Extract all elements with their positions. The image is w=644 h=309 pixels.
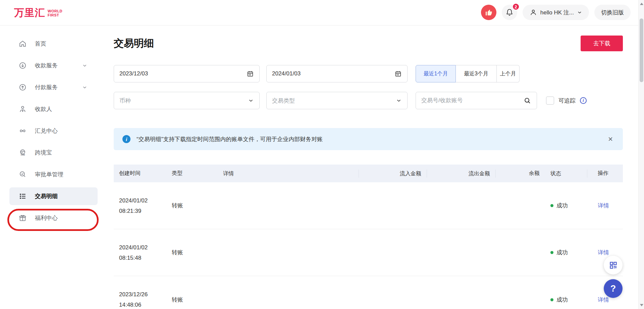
table-row: 2024/01/02 08:21:39 转账 成功 详情 [114, 182, 623, 229]
info-circle-icon: i [122, 135, 130, 143]
scrollbar-up-arrow[interactable] [640, 3, 643, 5]
secondary-filter-row: 币种 交易类型 [114, 92, 623, 109]
table-row: 2024/01/02 08:15:48 转账 成功 详情 [114, 229, 623, 276]
detail-link[interactable]: 详情 [598, 249, 609, 256]
col-header-action: 操作 [587, 170, 623, 177]
date-to-value[interactable] [272, 70, 394, 77]
transaction-list-icon [18, 192, 27, 200]
qr-code-button[interactable] [604, 256, 623, 274]
traceable-filter: 可追踪 i [546, 97, 587, 105]
worldfirst-logo[interactable]: 万里汇 WORLD FIRST [14, 6, 62, 20]
main-content: 交易明细 去下载 [114, 25, 623, 309]
action-cell: 详情 [587, 202, 623, 209]
sidebar-nav: 首页 收款服务 付款服务 [0, 25, 114, 309]
search-input[interactable] [421, 97, 524, 104]
sidebar-item-exchange-center[interactable]: 汇兑中心 [0, 120, 114, 142]
create-time-cell: 2023/12/26 14:48:06 [114, 289, 172, 309]
arrow-down-circle-icon [18, 61, 27, 70]
date-from-value[interactable] [119, 70, 247, 77]
col-header-status: 状态 [545, 170, 587, 178]
detail-link[interactable]: 详情 [598, 202, 609, 209]
user-icon [529, 8, 537, 16]
page-title: 交易明细 [114, 37, 154, 50]
notification-button[interactable]: 2 [502, 5, 517, 20]
sidebar-item-cross-border[interactable]: 1688 跨境宝 [0, 142, 114, 164]
chevron-down-icon [82, 63, 88, 68]
switch-old-version-button[interactable]: 切换旧版 [594, 5, 631, 20]
payee-person-icon [18, 105, 27, 113]
sidebar-item-home[interactable]: 首页 [0, 33, 114, 55]
transaction-type-placeholder: 交易类型 [272, 97, 396, 105]
approval-search-icon [18, 170, 27, 179]
banner-text: “交易明细”支持下载指定时间范围内的账单文件，可用于企业内部财务对账 [137, 135, 607, 143]
col-header-type: 类型 [172, 170, 223, 177]
status-success-dot [550, 298, 553, 301]
download-button[interactable]: 去下载 [581, 36, 623, 51]
page-scrollbar [638, 0, 644, 309]
title-row: 交易明细 去下载 [114, 35, 623, 52]
info-icon[interactable]: i [580, 97, 587, 104]
calendar-icon [247, 70, 254, 77]
notification-badge: 2 [512, 3, 520, 10]
date-to-input[interactable] [266, 65, 408, 82]
user-name-label: hello HK 注... [540, 9, 574, 16]
sidebar-item-payees[interactable]: 收款人 [0, 98, 114, 120]
feedback-like-button[interactable] [481, 5, 496, 20]
svg-text:1688: 1688 [20, 154, 25, 156]
status-success-dot [550, 204, 553, 207]
create-time-cell: 2024/01/02 08:15:48 [114, 242, 172, 263]
traceable-checkbox[interactable] [546, 97, 554, 105]
sidebar-item-approval-management[interactable]: 审批单管理 [0, 164, 114, 185]
user-menu[interactable]: hello HK 注... [523, 5, 589, 20]
action-cell: 详情 [587, 249, 623, 256]
info-banner: i “交易明细”支持下载指定时间范围内的账单文件，可用于企业内部财务对账 × [114, 128, 623, 150]
status-cell: 成功 [545, 296, 587, 304]
scrollbar-down-arrow[interactable] [640, 304, 643, 306]
chevron-down-icon [82, 84, 88, 90]
col-header-balance: 余额 [496, 170, 545, 177]
range-last-1-month-button[interactable]: 最近1个月 [416, 65, 456, 82]
traceable-label: 可追踪 [558, 97, 576, 105]
chevron-down-icon [396, 98, 402, 104]
calendar-icon [394, 70, 402, 77]
scrollbar-thumb[interactable] [640, 18, 643, 82]
header-actions: 2 hello HK 注... 切换旧版 [481, 5, 631, 20]
sidebar-item-payment-services[interactable]: 付款服务 [0, 76, 114, 98]
close-icon[interactable]: × [607, 134, 614, 144]
action-cell: 详情 [587, 296, 623, 304]
sidebar-item-benefits-center[interactable]: 福利中心 [0, 207, 114, 229]
table-header-row: 创建时间 类型 详情 流入金额 流出金额 余额 状态 操作 [114, 165, 623, 182]
col-header-create-time: 创建时间 [114, 170, 172, 177]
currency-placeholder: 币种 [119, 97, 248, 105]
chevron-down-icon [248, 98, 254, 104]
col-header-detail: 详情 [223, 170, 359, 178]
type-cell: 转账 [172, 249, 223, 256]
thumbs-up-icon [485, 8, 493, 16]
table-row: 2023/12/26 14:48:06 转账 成功 详情 [114, 276, 623, 309]
detail-link[interactable]: 详情 [598, 297, 609, 303]
arrow-up-circle-icon [18, 83, 27, 91]
qr-code-icon [609, 261, 618, 270]
col-header-outflow: 流出金额 [427, 170, 496, 178]
type-cell: 转账 [172, 296, 223, 304]
status-cell: 成功 [545, 202, 587, 209]
sidebar-item-transaction-details[interactable]: 交易明细 [0, 185, 114, 207]
help-button[interactable]: ? [604, 279, 623, 298]
date-from-input[interactable] [114, 65, 260, 82]
date-filter-row: 最近1个月 最近3个月 上个月 [114, 65, 623, 82]
create-time-cell: 2024/01/02 08:21:39 [114, 195, 172, 216]
status-success-dot [550, 251, 553, 254]
range-last-month-button[interactable]: 上个月 [497, 65, 520, 82]
sidebar-item-receive-services[interactable]: 收款服务 [0, 55, 114, 76]
logo-en-text: WORLD FIRST [48, 9, 62, 17]
range-last-3-months-button[interactable]: 最近3个月 [456, 65, 497, 82]
col-header-inflow: 流入金额 [359, 170, 427, 178]
question-mark-icon: ? [610, 284, 616, 294]
transaction-type-select[interactable]: 交易类型 [266, 92, 408, 109]
bell-icon [505, 8, 514, 17]
currency-select[interactable]: 币种 [114, 92, 260, 109]
search-input-box[interactable] [416, 92, 537, 109]
top-header: 万里汇 WORLD FIRST [0, 0, 644, 25]
search-icon[interactable] [524, 97, 531, 105]
home-icon [18, 40, 27, 48]
